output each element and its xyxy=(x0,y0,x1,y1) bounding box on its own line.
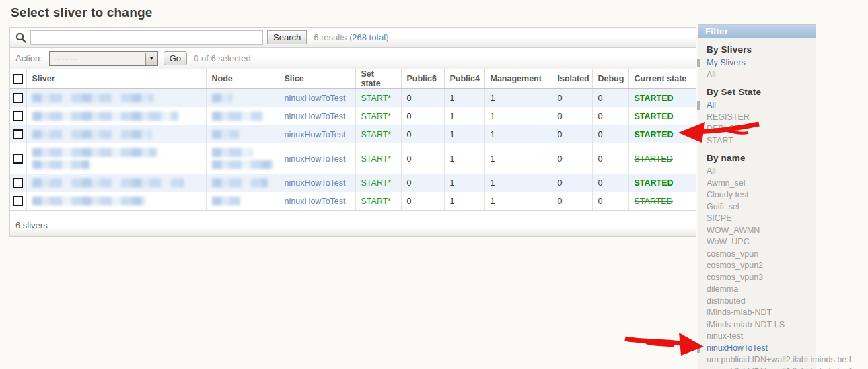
total-results-link[interactable]: 268 total xyxy=(352,32,386,42)
redacted-text xyxy=(212,178,268,187)
slice-link[interactable]: ninuxHowToTest xyxy=(285,197,346,206)
sliver-table-body: ninuxHowToTestSTART*01100STARTEDninuxHow… xyxy=(10,89,696,211)
filter-item-link[interactable]: dilemma xyxy=(707,284,738,294)
public6-value: 0 xyxy=(401,192,444,211)
filter-item-urn-publicid-idn-wall2-ilabt-iminds-be-f[interactable]: urn:publicid:IDN+wall2.ilabt.iminds.be:f xyxy=(707,366,816,369)
filter-item-iminds-mlab-ndt-ls[interactable]: iMinds-mlab-NDT-LS xyxy=(707,319,816,331)
changelist-module: Search 6 results (268 total) Action: ---… xyxy=(9,27,696,237)
filter-item-link[interactable]: Cloudy test xyxy=(707,190,749,199)
filter-item-all[interactable]: All xyxy=(707,69,816,81)
column-header-public4[interactable]: Public4 xyxy=(444,69,484,89)
filter-item-start[interactable]: START xyxy=(707,135,816,147)
filter-item-urn-publicid-idn-wall2-ilabt-iminds-be-f[interactable]: urn:publicid:IDN+wall2.ilabt.iminds.be:f xyxy=(707,354,816,366)
column-header-debug[interactable]: Debug xyxy=(592,69,628,89)
current-state-value: STARTED xyxy=(635,178,674,188)
action-select-value: --------- xyxy=(50,54,145,63)
column-header-public6[interactable]: Public6 xyxy=(401,69,444,89)
filter-item-link[interactable]: DEPLOY xyxy=(707,124,741,133)
filter-item-link[interactable]: iMinds-mlab-NDT xyxy=(707,308,772,317)
filter-item-link[interactable]: urn:publicid:IDN+wall2.ilabt.iminds.be:f xyxy=(707,367,851,369)
filter-item-wow-upc[interactable]: WoW_UPC xyxy=(707,236,816,248)
filter-item-link[interactable]: SICPE xyxy=(707,213,732,223)
filter-item-dilemma[interactable]: dilemma xyxy=(707,283,816,296)
filter-item-awmn-sel[interactable]: Awmn_sel xyxy=(707,178,816,190)
filter-item-link[interactable]: cosmos_vpun2 xyxy=(707,261,763,270)
set-state-value: START* xyxy=(361,197,392,206)
row-checkbox[interactable] xyxy=(13,196,23,206)
filter-item-link[interactable]: My Slivers xyxy=(707,58,746,67)
column-header-node[interactable]: Node xyxy=(206,69,279,89)
filter-item-link[interactable]: All xyxy=(707,70,716,79)
filter-item-link[interactable]: distributed xyxy=(707,296,746,306)
filter-item-deploy[interactable]: DEPLOY xyxy=(707,123,816,135)
search-input[interactable] xyxy=(30,30,263,45)
sliver-cell xyxy=(26,174,206,192)
column-header-current-state[interactable]: Current state xyxy=(628,69,696,89)
current-state-value: STARTED xyxy=(635,130,674,139)
filter-item-link[interactable]: WOW_AWMN xyxy=(707,226,760,235)
set-state-value: START* xyxy=(361,112,392,121)
filter-item-distributed[interactable]: distributed xyxy=(707,296,816,308)
filter-item-link[interactable]: cosmos_vpun3 xyxy=(707,273,763,282)
filter-item-link[interactable]: Guifi_sel xyxy=(707,202,739,211)
filter-item-sicpe[interactable]: SICPE xyxy=(707,213,816,225)
slice-link[interactable]: ninuxHowToTest xyxy=(285,154,346,164)
row-checkbox[interactable] xyxy=(13,93,23,103)
column-header-set-state[interactable]: Set state xyxy=(355,69,401,89)
column-header-isolated[interactable]: Isolated xyxy=(552,69,592,89)
sliver-cell xyxy=(26,107,206,125)
row-checkbox[interactable] xyxy=(13,178,23,188)
filter-item-cosmos-vpun[interactable]: cosmos_vpun xyxy=(707,248,816,261)
filter-item-all[interactable]: All xyxy=(707,100,816,112)
column-header-slice[interactable]: Slice xyxy=(279,69,355,89)
filter-item-link[interactable]: All xyxy=(707,100,716,110)
search-results-summary: 6 results (268 total) xyxy=(314,32,388,42)
slice-link[interactable]: ninuxHowToTest xyxy=(285,94,346,103)
slice-link[interactable]: ninuxHowToTest xyxy=(285,178,346,188)
filter-item-link[interactable]: urn:publicid:IDN+wall2.ilabt.iminds.be:f xyxy=(707,355,851,364)
filter-section: By nameAllAwmn_selCloudy testGuifi_selSI… xyxy=(707,153,816,369)
filter-item-link[interactable]: All xyxy=(707,166,716,176)
row-checkbox[interactable] xyxy=(13,129,23,139)
node-cell xyxy=(206,89,279,108)
column-header-sliver[interactable]: Sliver xyxy=(26,69,206,89)
public4-value: 1 xyxy=(444,89,484,108)
table-row: ninuxHowToTestSTART*01100STARTED xyxy=(10,192,696,211)
filter-item-link[interactable]: WoW_UPC xyxy=(707,237,750,246)
filter-item-all[interactable]: All xyxy=(707,166,816,178)
column-header-management[interactable]: Management xyxy=(484,69,552,89)
filter-item-guifi-sel[interactable]: Guifi_sel xyxy=(707,201,816,213)
public4-value: 1 xyxy=(444,143,484,174)
filter-item-link[interactable]: REGISTER xyxy=(707,112,750,122)
filter-item-ninux-test[interactable]: ninux-test xyxy=(707,331,816,343)
filter-item-link[interactable]: iMinds-mlab-NDT-LS xyxy=(707,320,785,329)
action-select[interactable]: --------- ▼ xyxy=(49,51,158,66)
slice-link[interactable]: ninuxHowToTest xyxy=(285,112,346,121)
node-cell xyxy=(206,192,279,211)
filter-item-register[interactable]: REGISTER xyxy=(707,112,816,124)
select-all-checkbox[interactable] xyxy=(13,74,23,84)
row-checkbox[interactable] xyxy=(13,111,23,121)
filter-item-cosmos-vpun3[interactable]: cosmos_vpun3 xyxy=(707,272,816,284)
filter-item-my-slivers[interactable]: My Slivers xyxy=(707,57,816,69)
public4-value: 1 xyxy=(444,174,484,192)
filter-item-cosmos-vpun2[interactable]: cosmos_vpun2 xyxy=(707,260,816,272)
filter-item-link[interactable]: START xyxy=(707,136,733,145)
filter-item-ninuxhowtotest[interactable]: ninuxHowToTest xyxy=(707,343,816,355)
debug-value: 0 xyxy=(592,125,628,143)
filter-item-wow-awmn[interactable]: WOW_AWMN xyxy=(707,225,816,237)
dropdown-arrow-icon[interactable]: ▼ xyxy=(145,53,157,65)
go-button[interactable]: Go xyxy=(164,51,187,65)
filter-item-iminds-mlab-ndt[interactable]: iMinds-mlab-NDT xyxy=(707,307,816,319)
node-cell xyxy=(206,107,279,125)
filter-item-link[interactable]: ninuxHowToTest xyxy=(707,343,768,353)
filter-item-link[interactable]: ninux-test xyxy=(707,331,743,341)
search-button[interactable]: Search xyxy=(267,30,307,44)
filter-item-link[interactable]: Awmn_sel xyxy=(707,178,745,188)
filter-item-cloudy-test[interactable]: Cloudy test xyxy=(707,189,816,201)
management-value: 1 xyxy=(484,192,552,211)
row-checkbox[interactable] xyxy=(13,154,23,164)
filter-section-heading: By name xyxy=(707,153,816,163)
slice-link[interactable]: ninuxHowToTest xyxy=(285,130,346,139)
filter-item-link[interactable]: cosmos_vpun xyxy=(707,249,758,259)
